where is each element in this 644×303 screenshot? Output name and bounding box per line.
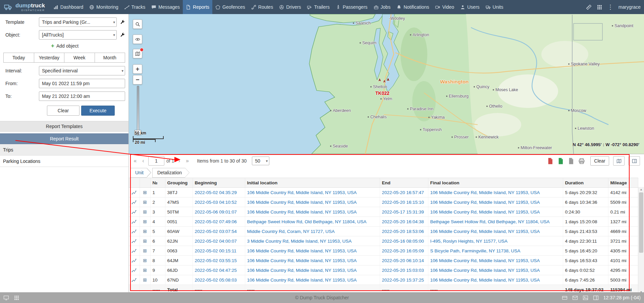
cell-final-location[interactable]: I-495, Roslyn Heights, NY 11577, USA: [428, 236, 563, 246]
from-date-input[interactable]: May 01 2022 11:59 pm: [39, 79, 125, 88]
nav-item-trailers[interactable]: Trailers: [304, 0, 332, 14]
nav-item-passengers[interactable]: Passengers: [333, 0, 371, 14]
cell-initial-location[interactable]: 106 Middle Country Rd, Middle Island, NY…: [245, 265, 380, 275]
expand-cell[interactable]: ⊞: [140, 275, 150, 285]
cell-final-location[interactable]: Bethpage Sweet Hollow Rd, Old Bethpage, …: [428, 217, 563, 227]
cell-final-location[interactable]: S Bicycle Path, Farmingville, NY 11738, …: [428, 246, 563, 256]
column-initial-location[interactable]: Initial location: [245, 178, 380, 188]
cell-end[interactable]: 2022-05-20 16:05:09: [380, 246, 428, 256]
mail-icon[interactable]: [572, 295, 578, 301]
cell-beginning[interactable]: 2022-05-02 03:07:54: [193, 227, 245, 236]
card-icon[interactable]: [562, 295, 568, 301]
map-view-button[interactable]: [613, 156, 625, 166]
cell-beginning[interactable]: 2022-05-02 04:35:29: [193, 188, 245, 197]
cell-beginning[interactable]: 2022-05-02 03:55:15: [193, 256, 245, 265]
expand-icon[interactable]: ⊞: [143, 258, 147, 263]
clear-button[interactable]: Clear: [47, 106, 79, 116]
export-pdf-icon[interactable]: [547, 158, 553, 165]
cell-beginning[interactable]: 2022-05-02 00:15:11: [193, 246, 245, 256]
template-wrench-icon[interactable]: [120, 19, 125, 25]
column-num[interactable]: №: [150, 178, 165, 188]
expand-cell[interactable]: ⊞: [140, 197, 150, 207]
cell-initial-location[interactable]: 106 Middle Country Rd, Middle Island, NY…: [245, 246, 380, 256]
cell-end[interactable]: 2022-05-20 16:15:10: [380, 197, 428, 207]
route-icon[interactable]: [131, 229, 137, 234]
zoom-in-button[interactable]: +: [133, 64, 142, 74]
panel-icon[interactable]: [593, 295, 599, 301]
grid-icon[interactable]: [14, 295, 19, 301]
cell-final-location[interactable]: 106 Middle Country Rd, Middle Island, NY…: [428, 256, 563, 265]
nav-item-drivers[interactable]: Drivers: [276, 0, 304, 14]
show-track-cell[interactable]: [129, 197, 140, 207]
expand-cell[interactable]: ⊞: [140, 256, 150, 265]
prev-page-button[interactable]: ‹: [140, 158, 146, 164]
map-search-button[interactable]: [133, 19, 142, 29]
nav-item-routes[interactable]: Routes: [248, 0, 276, 14]
object-wrench-icon[interactable]: [120, 32, 125, 38]
show-track-cell[interactable]: [129, 246, 140, 256]
route-icon[interactable]: [131, 219, 137, 224]
expand-icon[interactable]: ⊞: [143, 229, 147, 234]
page-number-input[interactable]: 1: [148, 156, 164, 166]
nav-item-units[interactable]: Units: [483, 0, 506, 14]
cell-initial-location[interactable]: 106 Middle Country Rd, Middle Island, NY…: [245, 275, 380, 285]
cell-final-location[interactable]: 106 Middle Country Rd, Middle Island, NY…: [428, 197, 563, 207]
cell-final-location[interactable]: 106 Middle Country Rd, Middle Island, NY…: [428, 265, 563, 275]
show-track-cell[interactable]: [129, 207, 140, 217]
map-visibility-button[interactable]: [133, 35, 142, 44]
expand-icon[interactable]: ⊞: [143, 277, 147, 283]
page-size-select[interactable]: 50▾: [252, 157, 269, 165]
first-page-button[interactable]: «: [132, 158, 138, 164]
scroll-thumb[interactable]: [639, 192, 643, 253]
route-icon[interactable]: [131, 278, 137, 283]
add-object-link[interactable]: Add object: [56, 43, 78, 49]
route-icon[interactable]: [131, 258, 137, 263]
image-icon[interactable]: [583, 295, 588, 301]
show-track-cell[interactable]: [129, 275, 140, 285]
range-button-yesterday[interactable]: Yesterday: [34, 53, 65, 63]
clear-report-button[interactable]: Clear: [590, 156, 609, 166]
cell-beginning[interactable]: 2022-05-06 09:01:07: [193, 207, 245, 217]
expand-icon[interactable]: ⊞: [143, 238, 147, 244]
route-icon[interactable]: [131, 268, 137, 273]
nav-item-jobs[interactable]: Jobs: [371, 0, 394, 14]
cell-final-location[interactable]: 106 Middle Country Rd, Middle Island, NY…: [428, 207, 563, 217]
zoom-slider[interactable]: [134, 86, 141, 135]
expand-icon[interactable]: ⊞: [143, 190, 147, 195]
cell-initial-location[interactable]: 106 Middle Country Rd, Middle Island, NY…: [245, 197, 380, 207]
export-excel-icon[interactable]: [557, 158, 564, 165]
cell-initial-location[interactable]: 3 Middle Country Rd, Middle Island, NY 1…: [245, 236, 380, 246]
nav-item-monitoring[interactable]: Monitoring: [86, 0, 121, 14]
expand-cell[interactable]: ⊞: [140, 236, 150, 246]
last-page-button[interactable]: »: [184, 158, 190, 164]
expand-cell[interactable]: ⊞: [140, 265, 150, 275]
expand-cell[interactable]: ⊞: [140, 188, 150, 197]
nav-item-notifications[interactable]: Notifications: [393, 0, 432, 14]
object-select[interactable]: [AllTrucks]▾: [39, 30, 117, 40]
apps-grid-icon[interactable]: [597, 4, 602, 10]
cell-beginning[interactable]: 2022-05-02 05:08:03: [193, 275, 245, 285]
map-layers-button[interactable]: [133, 49, 142, 58]
route-icon[interactable]: [131, 239, 137, 244]
interval-select[interactable]: Specified interval▾: [39, 66, 125, 75]
cell-initial-location[interactable]: Middle Country Rd, Coram, NY 11727, USA: [245, 227, 380, 236]
monitor-icon[interactable]: [3, 295, 9, 301]
report-templates-header[interactable]: Report Templates: [0, 121, 128, 132]
route-icon[interactable]: [131, 200, 137, 205]
range-button-week[interactable]: Week: [64, 53, 95, 63]
print-icon[interactable]: [578, 158, 585, 164]
column-beginning[interactable]: Beginning: [193, 178, 245, 188]
tab-detalization[interactable]: Detalization: [152, 168, 185, 178]
measure-ruler-icon[interactable]: [586, 4, 592, 10]
report-result-header[interactable]: Report Result: [0, 133, 128, 144]
cell-beginning[interactable]: 2022-05-02 04:00:07: [193, 236, 245, 246]
cell-beginning[interactable]: 2022-05-02 04:47:25: [193, 265, 245, 275]
expand-icon[interactable]: ⊞: [143, 219, 147, 224]
expand-icon[interactable]: ⊞: [143, 199, 147, 205]
column-duration[interactable]: Duration: [563, 178, 608, 188]
expand-cell[interactable]: ⊞: [140, 246, 150, 256]
cell-end[interactable]: 2022-05-16 08:05:00: [380, 236, 428, 246]
cell-initial-location[interactable]: 106 Middle Country Rd, Middle Island, NY…: [245, 256, 380, 265]
user-name[interactable]: marygrace: [619, 4, 641, 10]
nav-item-reports[interactable]: Reports: [183, 0, 212, 14]
